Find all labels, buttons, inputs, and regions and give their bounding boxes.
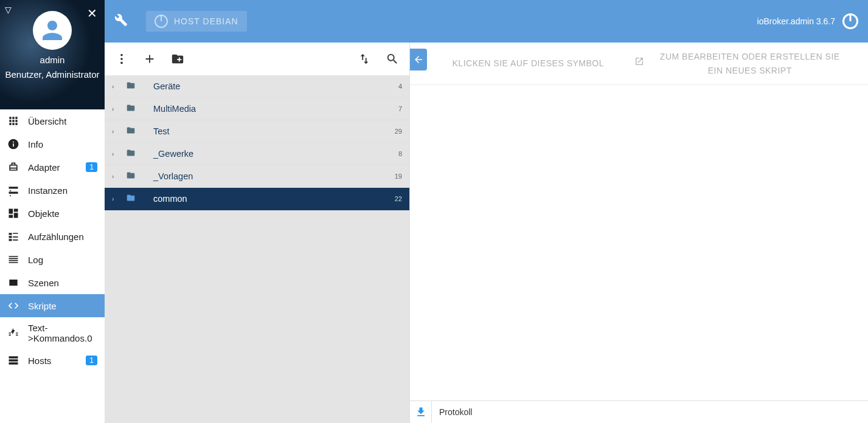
- add-folder-icon[interactable]: [169, 50, 186, 67]
- nav-item-info[interactable]: Info: [0, 132, 105, 156]
- nav-label: Hosts: [28, 356, 51, 366]
- tree-row[interactable]: ›MultiMedia7: [105, 98, 409, 120]
- hint-part-1: KLICKEN SIE AUF DIESES SYMBOL: [434, 57, 622, 70]
- nav-item-hosts[interactable]: Hosts1: [0, 349, 105, 372]
- host-logo-icon: [155, 15, 168, 28]
- text-icon: [7, 327, 19, 339]
- objects-icon: [7, 207, 19, 219]
- chevron-right-icon: ›: [112, 106, 119, 112]
- hint-text: KLICKEN SIE AUF DIESES SYMBOL ZUM BEARBE…: [410, 50, 868, 77]
- folder-count: 22: [395, 195, 402, 202]
- tree-row[interactable]: ›Test29: [105, 120, 409, 143]
- settings-icon[interactable]: [114, 13, 128, 29]
- folder-name: _Vorlagen: [153, 171, 395, 181]
- nav-label: Adapter: [28, 162, 60, 173]
- nav-item-adapter[interactable]: Adapter1: [0, 156, 105, 179]
- nav-label: Objekte: [28, 208, 60, 219]
- code-icon: [7, 300, 19, 312]
- nav: ÜbersichtInfoAdapter1InstanzenObjekteAuf…: [0, 109, 105, 423]
- folder-name: _Gewerke: [153, 149, 398, 159]
- user-role: Benutzer, Administrator: [0, 69, 105, 81]
- nav-item-log[interactable]: Log: [0, 248, 105, 271]
- nav-badge: 1: [86, 162, 97, 172]
- instances-icon: [7, 184, 19, 196]
- nav-item-skripte[interactable]: Skripte: [0, 294, 105, 317]
- adapter-icon: [7, 161, 19, 173]
- protokoll-label: Protokoll: [432, 407, 472, 417]
- hint-part-2: ZUM BEARBEITEN ODER ERSTELLEN SIE EIN NE…: [656, 50, 844, 77]
- editor-header: KLICKEN SIE AUF DIESES SYMBOL ZUM BEARBE…: [410, 43, 868, 85]
- tree-row[interactable]: ›_Vorlagen19: [105, 165, 409, 188]
- nav-item--bersicht[interactable]: Übersicht: [0, 109, 105, 132]
- editor-panel: KLICKEN SIE AUF DIESES SYMBOL ZUM BEARBE…: [410, 43, 868, 423]
- chevron-right-icon: ›: [112, 196, 119, 202]
- enum-icon: [7, 230, 19, 242]
- iobroker-logo-icon[interactable]: [842, 13, 858, 29]
- sidebar-header: ▽ ✕ admin Benutzer, Administrator: [0, 0, 105, 109]
- nav-label: Übersicht: [28, 116, 66, 126]
- folder-name: MultiMedia: [153, 104, 398, 114]
- chevron-right-icon: ›: [112, 173, 119, 180]
- nav-item-instanzen[interactable]: Instanzen: [0, 179, 105, 202]
- close-icon[interactable]: ✕: [87, 6, 97, 21]
- search-icon[interactable]: [384, 50, 401, 67]
- editor-body: [410, 85, 868, 401]
- nav-label: Info: [28, 139, 43, 150]
- nav-badge: 1: [86, 356, 97, 365]
- host-chip[interactable]: HOST DEBIAN: [146, 11, 247, 32]
- nav-label: Log: [28, 255, 43, 265]
- apps-icon: [7, 115, 19, 127]
- nav-label: Text->Kommandos.0: [28, 323, 97, 343]
- chevron-right-icon: ›: [112, 128, 119, 135]
- username: admin: [0, 55, 105, 65]
- host-name: HOST DEBIAN: [174, 16, 238, 26]
- folder-count: 29: [395, 128, 402, 135]
- folder-icon: [125, 148, 136, 159]
- nav-item-aufz-hlungen[interactable]: Aufzählungen: [0, 225, 105, 248]
- add-icon[interactable]: [141, 50, 158, 67]
- folder-name: Test: [153, 126, 395, 136]
- folder-count: 7: [398, 105, 402, 112]
- folder-icon: [125, 171, 136, 182]
- folder-icon: [125, 126, 136, 137]
- svg-point-1: [120, 58, 123, 60]
- tree-toolbar: [105, 43, 409, 75]
- nav-label: Szenen: [28, 278, 59, 288]
- tree-row[interactable]: ›_Gewerke8: [105, 143, 409, 165]
- log-icon: [7, 253, 19, 266]
- nav-item-objekte[interactable]: Objekte: [0, 202, 105, 225]
- tree-list: ›Geräte4›MultiMedia7›Test29›_Gewerke8›_V…: [105, 75, 409, 423]
- folder-name: common: [153, 194, 395, 204]
- folder-count: 4: [398, 83, 402, 90]
- folder-count: 8: [398, 150, 402, 157]
- svg-point-0: [120, 54, 123, 57]
- tree-panel: ›Geräte4›MultiMedia7›Test29›_Gewerke8›_V…: [105, 43, 410, 423]
- chevron-right-icon: ›: [112, 83, 119, 90]
- content: ›Geräte4›MultiMedia7›Test29›_Gewerke8›_V…: [105, 43, 868, 423]
- nav-label: Instanzen: [28, 185, 68, 196]
- download-icon[interactable]: [410, 401, 432, 423]
- tree-row[interactable]: ›common22: [105, 188, 409, 210]
- open-in-new-icon: [634, 57, 644, 70]
- tree-row[interactable]: ›Geräte4: [105, 75, 409, 98]
- nav-label: Aufzählungen: [28, 232, 84, 242]
- hosts-icon: [7, 354, 19, 366]
- folder-name: Geräte: [153, 81, 398, 91]
- scenes-icon: [7, 277, 19, 289]
- info-icon: [7, 138, 19, 150]
- sort-icon[interactable]: [356, 50, 373, 67]
- nav-item-text-kommandos-0[interactable]: Text->Kommandos.0: [0, 317, 105, 349]
- avatar[interactable]: [33, 11, 72, 50]
- chevron-right-icon: ›: [112, 151, 119, 157]
- folder-icon: [125, 81, 136, 92]
- main: HOST DEBIAN ioBroker.admin 3.6.7: [105, 0, 868, 423]
- collapse-button[interactable]: [410, 49, 427, 70]
- folder-icon: [125, 193, 136, 204]
- nav-label: Skripte: [28, 301, 57, 311]
- version-label: ioBroker.admin 3.6.7: [757, 16, 835, 26]
- dropdown-icon[interactable]: ▽: [5, 5, 12, 15]
- nav-item-szenen[interactable]: Szenen: [0, 271, 105, 294]
- more-icon[interactable]: [113, 50, 130, 67]
- svg-point-2: [120, 62, 123, 64]
- folder-icon: [125, 103, 136, 114]
